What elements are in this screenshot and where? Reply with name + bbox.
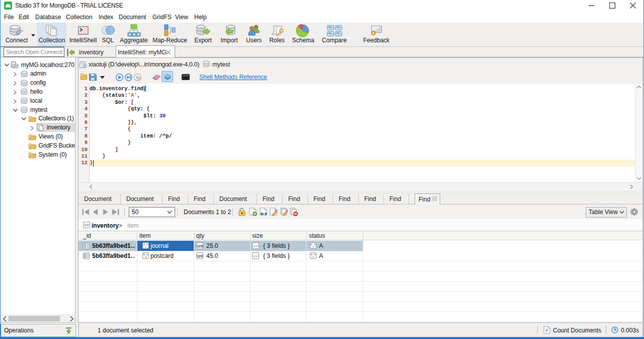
svg-text:<>: <> [253,254,258,258]
svg-text:#: # [545,328,548,333]
svg-text:<>: <> [253,244,258,248]
svg-text:123: 123 [197,244,203,248]
svg-text:123: 123 [197,254,203,258]
